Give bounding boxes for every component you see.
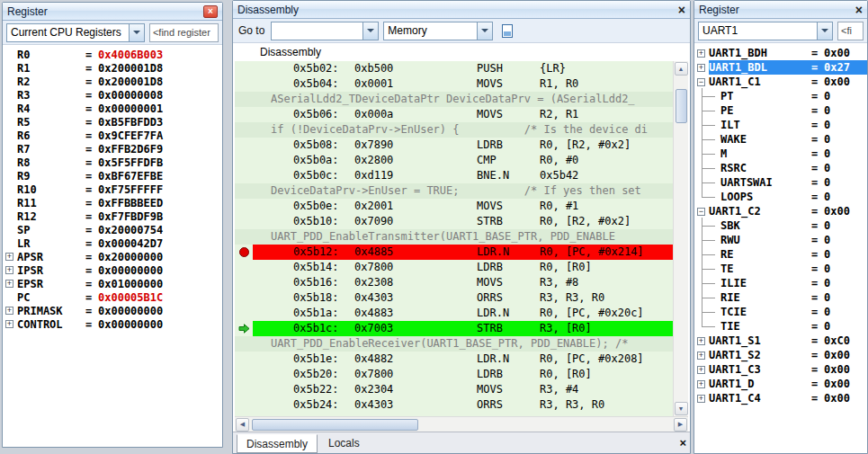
uart-bitfield-row[interactable]: RE=0 [694, 247, 867, 262]
scroll-right-icon[interactable] [674, 418, 687, 432]
cpu-register-row[interactable]: +APSR=0x20000000 [3, 250, 222, 263]
close-icon[interactable]: × [855, 4, 863, 16]
disassembly-row[interactable]: 0x5b1c:0x7003STRBR3, [R0] [235, 321, 673, 336]
disassembly-row[interactable]: 0x5b0c:0xd119BNE.N0x5b42 [235, 168, 673, 183]
view-mode-dropdown[interactable]: Memory [383, 22, 493, 40]
breakpoint-gutter[interactable] [235, 92, 253, 107]
chevron-down-icon[interactable] [817, 22, 832, 40]
cpu-register-row[interactable]: +EPSR=0x01000000 [3, 277, 222, 290]
expand-icon[interactable]: + [5, 253, 13, 261]
source-line-row[interactable]: UART_PDD_EnableTransmitter(UART1_BASE_PT… [235, 229, 673, 245]
uart-register-row[interactable]: +UART1_BDL=0x27 [694, 60, 867, 75]
expand-icon[interactable]: + [5, 307, 13, 315]
breakpoint-gutter[interactable] [235, 153, 253, 168]
source-line-row[interactable]: DeviceDataPrv->EnUser = TRUE; /* If yes … [235, 183, 673, 199]
cpu-register-row[interactable]: R10=0xF75FFFFF [3, 182, 222, 196]
uart-bitfield-row[interactable]: PE=0 [694, 103, 867, 118]
uart-register-row[interactable]: +UART1_S2=0x00 [694, 348, 867, 362]
disassembly-row[interactable]: 0x5b08:0x7890LDRBR0, [R2, #0x2] [235, 138, 673, 153]
expand-icon[interactable]: + [5, 320, 13, 328]
horizontal-scrollbar-thumb[interactable] [252, 419, 418, 431]
uart-bitfield-row[interactable]: TCIE=0 [694, 305, 867, 319]
uart-bitfield-row[interactable]: M=0 [694, 147, 867, 161]
open-new-view-button[interactable] [497, 21, 517, 40]
breakpoint-gutter[interactable] [235, 321, 253, 336]
uart-bitfield-row[interactable]: RIE=0 [694, 290, 867, 305]
disassembly-row[interactable]: 0x5b1e:0x4882LDR.NR0, [PC, #0x208] [235, 352, 673, 367]
uart-register-row[interactable]: +UART1_S1=0xC0 [694, 334, 867, 348]
expand-icon[interactable]: + [697, 395, 705, 403]
breakpoint-gutter[interactable] [235, 397, 253, 413]
disassembly-row[interactable]: 0x5b04:0x0001MOVSR1, R0 [235, 76, 673, 92]
scroll-up-icon[interactable] [675, 62, 688, 76]
expand-icon[interactable]: + [697, 64, 705, 72]
breakpoint-gutter[interactable] [235, 76, 253, 92]
breakpoint-gutter[interactable] [235, 306, 253, 321]
uart-bitfield-row[interactable]: LOOPS=0 [694, 190, 867, 204]
uart-register-row[interactable]: −UART1_C1=0x00 [694, 75, 867, 89]
disassembly-row[interactable]: 0x5b16:0x2308MOVSR3, #8 [235, 275, 673, 290]
breakpoint-gutter[interactable] [235, 367, 253, 382]
disassembly-row[interactable]: 0x5b22:0x2304MOVSR3, #4 [235, 382, 673, 397]
disassembly-row[interactable]: 0x5b0e:0x2001MOVSR0, #1 [235, 199, 673, 214]
uart-register-row[interactable]: +UART1_C4=0x00 [694, 391, 867, 405]
breakpoint-gutter[interactable] [235, 122, 253, 138]
breakpoint-gutter[interactable] [235, 214, 253, 229]
cpu-register-titlebar[interactable]: Register × [3, 3, 222, 21]
goto-address-combobox[interactable] [271, 22, 379, 40]
breakpoint-icon[interactable] [239, 247, 249, 257]
expand-icon[interactable]: + [697, 49, 705, 58]
uart-bitfield-row[interactable]: WAKE=0 [694, 132, 867, 147]
chevron-down-icon[interactable] [362, 22, 378, 40]
register-group-dropdown[interactable]: Current CPU Registers [6, 23, 145, 42]
cpu-register-row[interactable]: LR=0x000042D7 [3, 236, 222, 250]
breakpoint-gutter[interactable] [235, 275, 253, 290]
cpu-register-row[interactable]: R2=0x200001D8 [3, 75, 222, 88]
tab-disassembly[interactable]: Disassembly [237, 434, 318, 453]
uart-bitfield-row[interactable]: PT=0 [694, 89, 867, 103]
disassembly-row[interactable]: 0x5b0a:0x2800CMPR0, #0 [235, 153, 673, 168]
breakpoint-gutter[interactable] [235, 290, 253, 306]
chevron-down-icon[interactable] [477, 22, 492, 40]
uart-bitfield-row[interactable]: RWU=0 [694, 233, 867, 247]
uart-register-row[interactable]: +UART1_D=0x00 [694, 377, 867, 391]
disassembly-row[interactable]: 0x5b06:0x000aMOVSR2, R1 [235, 107, 673, 122]
cpu-register-row[interactable]: R4=0x00000001 [3, 102, 222, 115]
uart-bitfield-row[interactable]: RSRC=0 [694, 161, 867, 175]
expand-icon[interactable]: + [697, 380, 705, 388]
breakpoint-gutter[interactable] [235, 245, 253, 260]
horizontal-scrollbar[interactable] [235, 416, 688, 432]
cpu-register-row[interactable]: R1=0x200001D8 [3, 61, 222, 75]
uart-bitfield-row[interactable]: TIE=0 [694, 319, 867, 334]
vertical-scrollbar[interactable] [673, 61, 688, 416]
expand-icon[interactable]: + [697, 366, 705, 374]
collapse-icon[interactable]: − [697, 208, 705, 216]
register-group-dropdown[interactable]: UART1 [698, 22, 833, 40]
source-line-row[interactable]: if (!DeviceDataPrv->EnUser) { /* Is the … [235, 122, 673, 138]
breakpoint-gutter[interactable] [235, 352, 253, 367]
breakpoint-gutter[interactable] [235, 336, 253, 352]
disassembly-row[interactable]: 0x5b14:0x7800LDRBR0, [R0] [235, 260, 673, 275]
source-line-row[interactable]: ASerialLdd2_TDeviceDataPtr DeviceDataPrv… [235, 92, 673, 107]
disassembly-row[interactable]: 0x5b18:0x4303ORRSR3, R3, R0 [235, 290, 673, 306]
cpu-register-row[interactable]: R11=0xFFBBBEED [3, 196, 222, 209]
expand-icon[interactable]: + [697, 337, 705, 345]
disassembly-row[interactable]: 0x5b1a:0x4883LDR.NR0, [PC, #0x20c] [235, 306, 673, 321]
breakpoint-gutter[interactable] [235, 107, 253, 122]
cpu-register-row[interactable]: R7=0xFFB2D6F9 [3, 142, 222, 156]
uart-bitfield-row[interactable]: ILIE=0 [694, 276, 867, 290]
cpu-register-row[interactable]: R6=0x9CFEF7FA [3, 129, 222, 142]
breakpoint-gutter[interactable] [235, 199, 253, 214]
cpu-register-row[interactable]: +CONTROL=0x00000000 [3, 317, 222, 331]
cpu-register-row[interactable]: R0=0x4006B003 [3, 48, 222, 61]
breakpoint-gutter[interactable] [235, 229, 253, 245]
cpu-register-row[interactable]: R5=0xB5FBFDD3 [3, 115, 222, 129]
chevron-down-icon[interactable] [129, 24, 144, 41]
expand-icon[interactable]: + [697, 352, 705, 360]
cpu-register-row[interactable]: +PRIMASK=0x00000000 [3, 304, 222, 317]
uart-register-titlebar[interactable]: Register × [694, 1, 867, 19]
source-line-row[interactable]: UART_PDD_EnableReceiver(UART1_BASE_PTR, … [235, 336, 673, 352]
breakpoint-gutter[interactable] [235, 260, 253, 275]
disassembly-row[interactable]: 0x5b20:0x7800LDRBR0, [R0] [235, 367, 673, 382]
scroll-down-icon[interactable] [675, 402, 688, 415]
